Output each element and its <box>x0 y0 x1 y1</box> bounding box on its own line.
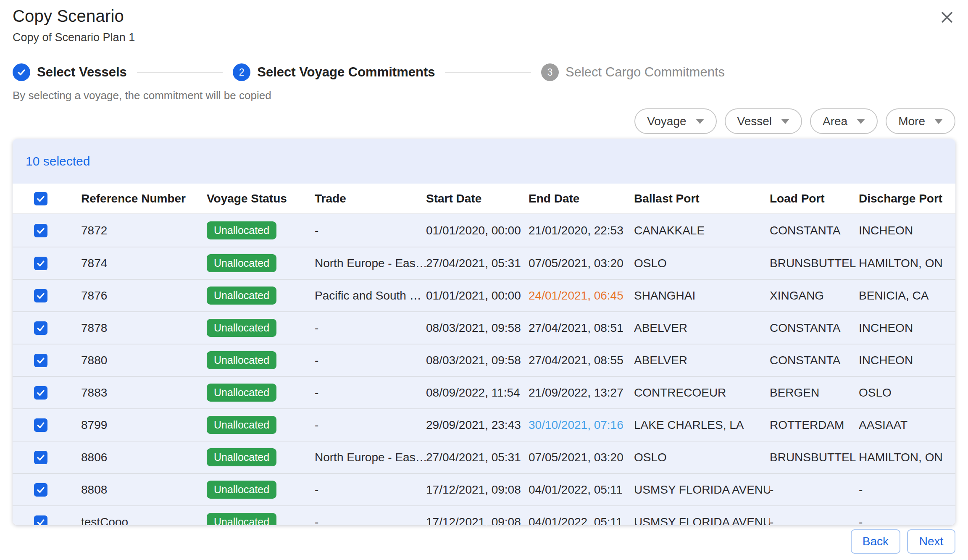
step-description: By selecting a voyage, the commitment wi… <box>13 89 271 102</box>
cell-voyage-status: Unallocated <box>207 481 315 499</box>
cell-trade: North Europe - Eas… <box>315 451 426 464</box>
row-checkbox[interactable] <box>34 257 47 270</box>
close-button[interactable] <box>938 8 956 27</box>
cell-trade: - <box>315 483 426 497</box>
table-row[interactable]: 7872 Unallocated - 01/01/2020, 00:00 21/… <box>13 214 955 247</box>
cell-voyage-status: Unallocated <box>207 221 315 239</box>
step-select-vessels[interactable]: Select Vessels <box>13 63 127 81</box>
cell-ballast-port: USMSY FLORIDA AVENUE <box>634 515 770 526</box>
table-row[interactable]: 7883 Unallocated - 08/09/2022, 11:54 21/… <box>13 376 955 408</box>
cell-discharge-port: - <box>859 483 955 497</box>
cell-discharge-port: HAMILTON, ON <box>859 257 955 270</box>
cell-ballast-port: CONTRECOEUR <box>634 386 770 400</box>
step-connector <box>137 72 223 73</box>
filter-vessel-dropdown[interactable]: Vessel <box>725 108 802 134</box>
table-header-row: Reference Number Voyage Status Trade Sta… <box>13 184 955 214</box>
cell-start-date: 08/03/2021, 09:58 <box>426 354 529 367</box>
column-header-ballast-port[interactable]: Ballast Port <box>634 192 770 205</box>
cell-reference-number: 7878 <box>81 321 207 335</box>
status-badge: Unallocated <box>207 351 276 369</box>
column-header-discharge-port[interactable]: Discharge Port <box>859 192 955 205</box>
cell-start-date: 27/04/2021, 05:31 <box>426 451 529 464</box>
filter-more-dropdown[interactable]: More <box>886 108 955 134</box>
cell-reference-number: 8808 <box>81 483 207 497</box>
table-body: 7872 Unallocated - 01/01/2020, 00:00 21/… <box>13 214 955 525</box>
table-row[interactable]: 8806 Unallocated North Europe - Eas… 27/… <box>13 441 955 473</box>
column-header-trade[interactable]: Trade <box>315 192 426 205</box>
cell-end-date: 04/01/2022, 05:11 <box>529 515 634 526</box>
step-completed-check-icon <box>13 63 30 81</box>
cell-ballast-port: SHANGHAI <box>634 289 770 302</box>
cell-start-date: 29/09/2021, 23:43 <box>426 418 529 432</box>
step-select-cargo-commitments[interactable]: 3 Select Cargo Commitments <box>541 63 725 81</box>
column-header-reference-number[interactable]: Reference Number <box>81 192 207 205</box>
dialog-footer: Back Next <box>851 529 955 554</box>
row-checkbox[interactable] <box>34 321 47 335</box>
status-badge: Unallocated <box>207 448 276 466</box>
row-checkbox[interactable] <box>34 451 47 464</box>
cell-end-date: 21/09/2022, 13:27 <box>529 386 634 400</box>
close-icon <box>939 10 955 26</box>
cell-end-date: 30/10/2021, 07:16 <box>529 418 634 432</box>
chevron-down-icon <box>781 119 789 124</box>
chevron-down-icon <box>857 119 865 124</box>
chevron-down-icon <box>934 119 943 124</box>
row-checkbox[interactable] <box>34 354 47 367</box>
cell-end-date: 27/04/2021, 08:51 <box>529 321 634 335</box>
table-row[interactable]: 7874 Unallocated North Europe - Eas… 27/… <box>13 247 955 279</box>
row-checkbox[interactable] <box>34 289 47 302</box>
step-number-badge: 3 <box>541 63 559 81</box>
cell-reference-number: 8799 <box>81 418 207 432</box>
cell-trade: Pacific and South … <box>315 289 426 302</box>
next-button[interactable]: Next <box>907 529 955 554</box>
table-row[interactable]: testCooo Unallocated - 17/12/2021, 09:08… <box>13 505 955 525</box>
column-header-end-date[interactable]: End Date <box>529 192 634 205</box>
row-checkbox[interactable] <box>34 483 47 497</box>
cell-end-date: 24/01/2021, 06:45 <box>529 289 634 302</box>
cell-reference-number: 7880 <box>81 354 207 367</box>
cell-trade: - <box>315 386 426 400</box>
cell-end-date: 07/05/2021, 03:20 <box>529 257 634 270</box>
cell-start-date: 01/01/2021, 00:00 <box>426 289 529 302</box>
cell-start-date: 08/09/2022, 11:54 <box>426 386 529 400</box>
cell-voyage-status: Unallocated <box>207 448 315 466</box>
cell-reference-number: 8806 <box>81 451 207 464</box>
filter-voyage-dropdown[interactable]: Voyage <box>634 108 716 134</box>
cell-ballast-port: OSLO <box>634 451 770 464</box>
select-all-checkbox[interactable] <box>34 192 47 205</box>
filter-label: Voyage <box>647 115 686 128</box>
cell-trade: - <box>315 224 426 237</box>
copy-scenario-dialog: Copy Scenario Copy of Scenario Plan 1 Se… <box>0 0 968 560</box>
cell-end-date: 07/05/2021, 03:20 <box>529 451 634 464</box>
filter-area-dropdown[interactable]: Area <box>810 108 878 134</box>
cell-end-date: 21/01/2020, 22:53 <box>529 224 634 237</box>
column-header-voyage-status[interactable]: Voyage Status <box>207 192 315 205</box>
row-checkbox[interactable] <box>34 515 47 526</box>
table-row[interactable]: 7878 Unallocated - 08/03/2021, 09:58 27/… <box>13 311 955 344</box>
step-select-voyage-commitments[interactable]: 2 Select Voyage Commitments <box>233 63 435 81</box>
table-row[interactable]: 8808 Unallocated - 17/12/2021, 09:08 04/… <box>13 473 955 505</box>
cell-start-date: 27/04/2021, 05:31 <box>426 257 529 270</box>
row-checkbox[interactable] <box>34 386 47 400</box>
row-checkbox[interactable] <box>34 224 47 237</box>
back-button[interactable]: Back <box>851 529 900 554</box>
status-badge: Unallocated <box>207 254 276 272</box>
column-header-load-port[interactable]: Load Port <box>770 192 859 205</box>
selection-summary-bar: 10 selected <box>13 139 955 184</box>
table-row[interactable]: 8799 Unallocated - 29/09/2021, 23:43 30/… <box>13 408 955 441</box>
cell-load-port: - <box>770 483 859 497</box>
cell-discharge-port: INCHEON <box>859 354 955 367</box>
page-title: Copy Scenario <box>13 7 124 26</box>
table-row[interactable]: 7876 Unallocated Pacific and South … 01/… <box>13 279 955 311</box>
cell-load-port: BRUNSBUTTEL <box>770 257 859 270</box>
cell-discharge-port: INCHEON <box>859 321 955 335</box>
filter-label: Area <box>823 115 847 128</box>
cell-trade: North Europe - Eas… <box>315 257 426 270</box>
cell-start-date: 17/12/2021, 09:08 <box>426 483 529 497</box>
cell-voyage-status: Unallocated <box>207 287 315 305</box>
cell-discharge-port: AASIAAT <box>859 418 955 432</box>
row-checkbox[interactable] <box>34 418 47 432</box>
step-label: Select Vessels <box>37 65 127 80</box>
column-header-start-date[interactable]: Start Date <box>426 192 529 205</box>
table-row[interactable]: 7880 Unallocated - 08/03/2021, 09:58 27/… <box>13 344 955 376</box>
